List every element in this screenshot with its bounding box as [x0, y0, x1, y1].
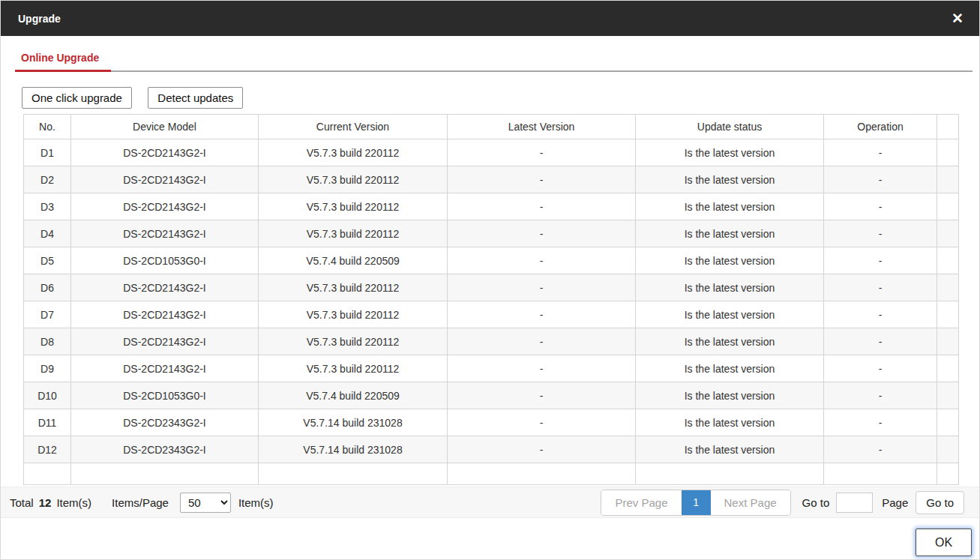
- table-cell: Is the latest version: [636, 139, 824, 166]
- current-page-indicator[interactable]: 1: [682, 490, 711, 515]
- table-cell: -: [824, 436, 937, 463]
- table-row[interactable]: D5DS-2CD1053G0-IV5.7.4 build 220509-Is t…: [24, 247, 959, 274]
- total-summary: Total 12 Item(s) Items/Page 50 Item(s): [10, 493, 279, 513]
- table-row[interactable]: D3DS-2CD2143G2-IV5.7.3 build 220112-Is t…: [24, 193, 959, 220]
- table-cell: D12: [24, 436, 71, 463]
- filler-cell: [937, 301, 959, 328]
- table-cell: DS-2CD1053G0-I: [71, 247, 259, 274]
- detect-updates-button[interactable]: Detect updates: [148, 87, 243, 109]
- empty-cell: [24, 463, 71, 485]
- table-cell: V5.7.14 build 231028: [259, 409, 448, 436]
- table-row[interactable]: D1DS-2CD2143G2-IV5.7.3 build 220112-Is t…: [24, 139, 959, 166]
- table-cell: -: [448, 220, 636, 247]
- column-header-current-version: Current Version: [259, 115, 448, 139]
- goto-button[interactable]: Go to: [916, 491, 964, 514]
- table-cell: Is the latest version: [636, 247, 824, 274]
- table-cell: DS-2CD2143G2-I: [71, 166, 259, 193]
- column-header-filler: [937, 115, 959, 139]
- table-row[interactable]: D8DS-2CD2143G2-IV5.7.3 build 220112-Is t…: [24, 328, 959, 355]
- table-cell: DS-2CD1053G0-I: [71, 382, 259, 409]
- table-cell: -: [448, 301, 636, 328]
- table-cell: V5.7.3 build 220112: [259, 274, 448, 301]
- table-cell: V5.7.3 build 220112: [259, 355, 448, 382]
- table-cell: DS-2CD2343G2-I: [71, 409, 259, 436]
- table-cell: D6: [24, 274, 71, 301]
- table-cell: -: [448, 355, 636, 382]
- empty-cell: [937, 463, 959, 485]
- table-row[interactable]: D4DS-2CD2143G2-IV5.7.3 build 220112-Is t…: [24, 220, 959, 247]
- table-row[interactable]: D9DS-2CD2143G2-IV5.7.3 build 220112-Is t…: [24, 355, 959, 382]
- one-click-upgrade-button[interactable]: One click upgrade: [22, 87, 132, 109]
- table-cell: D5: [24, 247, 71, 274]
- tab-online-upgrade[interactable]: Online Upgrade: [15, 46, 111, 72]
- table-cell: Is the latest version: [636, 409, 824, 436]
- table-cell: D11: [24, 409, 71, 436]
- table-cell: D1: [24, 139, 71, 166]
- table-row[interactable]: D6DS-2CD2143G2-IV5.7.3 build 220112-Is t…: [24, 274, 959, 301]
- table-cell: DS-2CD2143G2-I: [71, 355, 259, 382]
- toolbar: One click upgrade Detect updates: [22, 87, 979, 109]
- table-cell: Is the latest version: [636, 220, 824, 247]
- table-cell: V5.7.3 build 220112: [259, 220, 448, 247]
- filler-cell: [937, 328, 959, 355]
- table-cell: -: [824, 409, 937, 436]
- close-icon[interactable]: ✕: [952, 11, 964, 25]
- filler-cell: [937, 274, 959, 301]
- empty-cell: [71, 463, 259, 485]
- filler-cell: [937, 436, 959, 463]
- total-label: Total: [10, 496, 34, 509]
- table-cell: D7: [24, 301, 71, 328]
- table-cell: DS-2CD2143G2-I: [71, 301, 259, 328]
- column-header-update-status: Update status: [636, 115, 824, 139]
- total-items-label: Item(s): [56, 496, 91, 509]
- table-cell: DS-2CD2143G2-I: [71, 328, 259, 355]
- filler-cell: [937, 139, 959, 166]
- goto-label: Go to: [802, 496, 830, 509]
- table-cell: V5.7.4 build 220509: [259, 382, 448, 409]
- table-cell: V5.7.14 build 231028: [259, 436, 448, 463]
- table-cell: Is the latest version: [636, 355, 824, 382]
- filler-cell: [937, 220, 959, 247]
- table-cell: D3: [24, 193, 71, 220]
- empty-table-row: [24, 463, 959, 485]
- table-cell: -: [824, 382, 937, 409]
- pagination-controls: Prev Page 1 Next Page Go to Page Go to: [601, 490, 964, 516]
- table-cell: -: [448, 409, 636, 436]
- table-cell: -: [824, 328, 937, 355]
- table-cell: -: [824, 139, 937, 166]
- table-row[interactable]: D7DS-2CD2143G2-IV5.7.3 build 220112-Is t…: [24, 301, 959, 328]
- table-cell: D10: [24, 382, 71, 409]
- prev-page-button[interactable]: Prev Page: [601, 490, 681, 515]
- table-cell: -: [448, 328, 636, 355]
- filler-cell: [937, 193, 959, 220]
- pagination-footer: Total 12 Item(s) Items/Page 50 Item(s) P…: [1, 487, 979, 518]
- table-cell: -: [824, 301, 937, 328]
- table-cell: -: [824, 166, 937, 193]
- table-cell: Is the latest version: [636, 166, 824, 193]
- table-cell: Is the latest version: [636, 328, 824, 355]
- table-cell: Is the latest version: [636, 274, 824, 301]
- goto-page-input[interactable]: [836, 493, 873, 513]
- table-cell: DS-2CD2143G2-I: [71, 220, 259, 247]
- filler-cell: [937, 166, 959, 193]
- next-page-button[interactable]: Next Page: [711, 490, 790, 515]
- device-table: No. Device Model Current Version Latest …: [23, 114, 959, 485]
- table-cell: -: [448, 247, 636, 274]
- table-row[interactable]: D11DS-2CD2343G2-IV5.7.14 build 231028-Is…: [24, 409, 959, 436]
- table-cell: D4: [24, 220, 71, 247]
- tab-bar: Online Upgrade: [15, 46, 973, 72]
- table-row[interactable]: D12DS-2CD2343G2-IV5.7.14 build 231028-Is…: [24, 436, 959, 463]
- filler-cell: [937, 355, 959, 382]
- table-row[interactable]: D2DS-2CD2143G2-IV5.7.3 build 220112-Is t…: [24, 166, 959, 193]
- table-body: D1DS-2CD2143G2-IV5.7.3 build 220112-Is t…: [24, 139, 959, 485]
- table-cell: DS-2CD2343G2-I: [71, 436, 259, 463]
- table-cell: -: [448, 139, 636, 166]
- table-row[interactable]: D10DS-2CD1053G0-IV5.7.4 build 220509-Is …: [24, 382, 959, 409]
- table-cell: D9: [24, 355, 71, 382]
- empty-cell: [824, 463, 937, 485]
- table-cell: D2: [24, 166, 71, 193]
- table-cell: -: [824, 247, 937, 274]
- ok-button[interactable]: OK: [916, 529, 972, 556]
- table-cell: V5.7.4 build 220509: [259, 247, 448, 274]
- items-per-page-select[interactable]: 50: [180, 493, 231, 513]
